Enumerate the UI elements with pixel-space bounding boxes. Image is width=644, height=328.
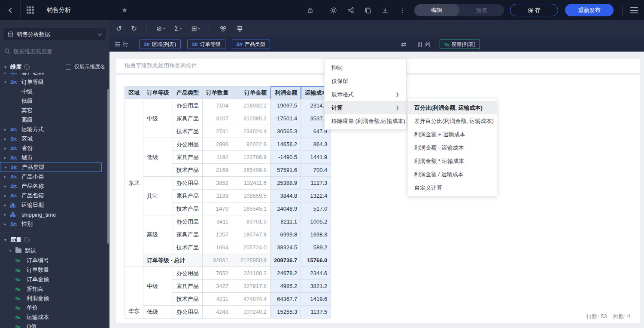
- republish-button[interactable]: 重新发布: [565, 4, 614, 16]
- profit-cell[interactable]: 57591.6: [270, 164, 301, 177]
- amount-cell[interactable]: 474874.4: [232, 293, 270, 306]
- product-type-cell[interactable]: 技术产品: [173, 293, 203, 306]
- dashboard-grid-icon[interactable]: [27, 6, 34, 14]
- qty-cell[interactable]: 3427: [203, 280, 232, 293]
- cost-cell[interactable]: 2344.6: [301, 267, 331, 280]
- cost-cell[interactable]: 1005.2: [301, 215, 331, 228]
- cost-total-cell[interactable]: 15766.0: [301, 254, 331, 267]
- submenu-item[interactable]: 利润金额 / 运输成本: [408, 168, 497, 181]
- qty-cell[interactable]: 1189: [203, 190, 232, 202]
- cost-cell[interactable]: 864.3: [301, 138, 331, 151]
- settings-gear-icon[interactable]: [330, 7, 337, 14]
- profit-cell[interactable]: -17501.4: [270, 112, 301, 125]
- product-type-cell[interactable]: 技术产品: [173, 241, 203, 254]
- product-type-cell[interactable]: 技术产品: [173, 164, 203, 177]
- info-icon[interactable]: i: [24, 64, 30, 70]
- pivot-table[interactable]: 区域订单等级产品类型订单数量订单金额利润金额运输成本东北中级办公用品710421…: [125, 86, 331, 319]
- measure-item[interactable]: №利润金额: [0, 294, 109, 303]
- qty-cell[interactable]: 3852: [203, 177, 232, 190]
- product-type-cell[interactable]: 技术产品: [173, 202, 203, 215]
- tree-triangle-icon[interactable]: ▸: [4, 175, 10, 179]
- tree-triangle-icon[interactable]: ▸: [4, 193, 10, 198]
- profit-total-cell[interactable]: 209736.7: [270, 254, 301, 267]
- submenu-item[interactable]: 百分比(利润金额, 运输成本): [408, 101, 497, 114]
- field-pill[interactable]: Str产品类型: [232, 40, 270, 49]
- amount-cell[interactable]: 312085.2: [232, 112, 270, 125]
- profit-cell[interactable]: 24048.9: [270, 202, 301, 215]
- dimension-item[interactable]: ▸Str.区域: [0, 134, 109, 144]
- back-button[interactable]: [0, 0, 21, 20]
- cost-cell[interactable]: 1698.3: [301, 228, 331, 241]
- profit-cell[interactable]: 6999.8: [270, 228, 301, 241]
- profit-cell[interactable]: 25388.9: [270, 177, 301, 190]
- column-header[interactable]: 利润金额: [270, 86, 301, 99]
- cost-cell[interactable]: 1322.4: [301, 190, 331, 202]
- column-header[interactable]: 区域: [125, 86, 143, 99]
- amount-cell[interactable]: 216932.2: [232, 99, 270, 112]
- tree-triangle-icon[interactable]: ▸: [5, 165, 11, 169]
- cost-cell[interactable]: 700.4: [301, 164, 331, 177]
- tree-triangle-icon[interactable]: ▸: [4, 137, 10, 141]
- profit-cell[interactable]: 64367.7: [270, 293, 301, 306]
- product-type-cell[interactable]: 办公用品: [173, 99, 203, 112]
- product-type-cell[interactable]: 家具产品: [173, 151, 203, 164]
- amount-cell[interactable]: 83701.5: [232, 215, 270, 228]
- qty-cell[interactable]: 1479: [203, 202, 232, 215]
- download-icon[interactable]: [382, 7, 389, 14]
- total-label-cell[interactable]: 订单等级 - 总计: [143, 254, 203, 267]
- column-header[interactable]: 订单等级: [143, 86, 173, 99]
- tree-triangle-icon[interactable]: ▸: [4, 127, 10, 132]
- amount-cell[interactable]: 221108.2: [232, 267, 270, 280]
- dimension-item[interactable]: ▸Str.产品名称: [0, 181, 109, 191]
- amount-cell[interactable]: 108559.5: [232, 190, 270, 202]
- cost-cell[interactable]: 517.0: [301, 202, 331, 215]
- swap-axes-icon[interactable]: ⇄: [401, 40, 407, 48]
- qty-cell[interactable]: 4248: [203, 306, 232, 319]
- drill-disabled-dropdown[interactable]: ⊘▾: [156, 25, 165, 32]
- undo-button[interactable]: ↺: [116, 25, 122, 32]
- amount-cell[interactable]: 165545.1: [232, 202, 270, 215]
- qty-cell[interactable]: 1192: [203, 151, 232, 164]
- edit-tab[interactable]: 编辑: [414, 4, 459, 16]
- amount-cell[interactable]: 107240.2: [232, 306, 270, 319]
- dimension-item[interactable]: ▸运输日期: [0, 200, 109, 210]
- dimension-value-item[interactable]: 高级: [0, 115, 109, 125]
- dimension-item[interactable]: ▸Str.城市: [0, 153, 109, 162]
- measure-item[interactable]: №运输成本: [0, 313, 109, 322]
- profit-cell[interactable]: 15255.3: [270, 306, 301, 319]
- product-type-cell[interactable]: 技术产品: [173, 125, 203, 138]
- clean-brush-button[interactable]: [236, 25, 243, 32]
- profit-cell[interactable]: 19097.5: [270, 99, 301, 112]
- profit-cell[interactable]: 4985.2: [270, 280, 301, 293]
- order-level-cell[interactable]: 其它: [143, 177, 173, 215]
- dimension-value-item[interactable]: 中级: [0, 87, 109, 96]
- amount-cell[interactable]: 92022.8: [232, 138, 270, 151]
- measure-item[interactable]: №折扣点: [0, 284, 109, 294]
- only-dimension-names-checkbox[interactable]: [66, 64, 71, 70]
- measure-folder[interactable]: ▾ 默认: [0, 245, 109, 256]
- profit-cell[interactable]: 24678.2: [270, 267, 301, 280]
- tree-triangle-icon[interactable]: ▸: [4, 203, 10, 207]
- field-pill[interactable]: Str订单等级: [187, 40, 225, 49]
- save-button[interactable]: 保 存: [510, 4, 558, 16]
- column-header[interactable]: 订单金额: [232, 86, 270, 99]
- more-options-kebab-icon[interactable]: ⋮: [399, 7, 406, 14]
- dimension-item[interactable]: ▸Str.省份: [0, 144, 109, 153]
- submenu-item[interactable]: 差异百分比(利润金额, 运输成本): [408, 114, 497, 128]
- tree-triangle-icon[interactable]: ▸: [4, 212, 10, 217]
- product-type-cell[interactable]: 办公用品: [173, 177, 203, 190]
- favorite-star-icon[interactable]: ★: [122, 6, 128, 14]
- hamburger-menu-icon[interactable]: [622, 5, 638, 15]
- field-pill[interactable]: №度量(列表): [440, 40, 480, 49]
- tree-triangle-icon[interactable]: ▾: [4, 80, 10, 84]
- search-input[interactable]: [13, 48, 105, 55]
- qty-cell[interactable]: 1257: [203, 228, 232, 241]
- amount-cell[interactable]: 185747.8: [232, 228, 270, 241]
- preview-tab[interactable]: 预览: [459, 4, 504, 16]
- qty-cell[interactable]: 2896: [203, 138, 232, 151]
- cost-cell[interactable]: 1419.6: [301, 293, 331, 306]
- product-type-cell[interactable]: 家具产品: [173, 228, 203, 241]
- menu-item[interactable]: 抑制: [325, 61, 406, 74]
- submenu-item[interactable]: 利润金额 + 运输成本: [408, 128, 497, 141]
- qty-total-cell[interactable]: 32061: [203, 254, 232, 267]
